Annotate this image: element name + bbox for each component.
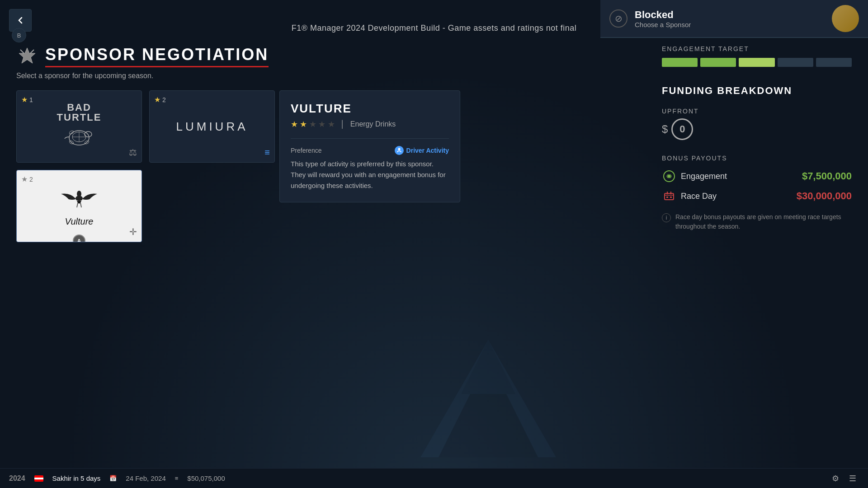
lumiura-text: LUMiURA bbox=[176, 120, 248, 134]
engagement-section: ENGAGEMENT TARGET bbox=[662, 45, 852, 67]
funding-section: FUNDING BREAKDOWN UPFRONT $ 0 BONUS PAYO… bbox=[662, 85, 852, 231]
menu-button[interactable]: ☰ bbox=[846, 472, 859, 485]
sponsor-card-lumiura[interactable]: ★2 LUMiURA ≡ bbox=[149, 90, 275, 163]
svg-point-12 bbox=[77, 191, 81, 197]
turtle-graphic bbox=[63, 124, 95, 151]
eng-bar-2 bbox=[700, 58, 736, 67]
race-day-bonus-amount: $30,000,000 bbox=[797, 190, 852, 202]
bottom-money: $50,075,000 bbox=[187, 474, 225, 482]
preference-label: Preference bbox=[291, 147, 321, 154]
svg-rect-24 bbox=[670, 197, 672, 198]
star-4: ★ bbox=[318, 120, 326, 129]
eng-bar-1 bbox=[662, 58, 698, 67]
page-title-underline bbox=[45, 66, 269, 67]
engagement-bonus-name: Engagement bbox=[681, 172, 727, 181]
race-day-bonus-icon bbox=[662, 189, 676, 203]
vulture-bird-graphic bbox=[59, 186, 99, 215]
sponsor-detail-panel: VULTURE ★ ★ ★ ★ ★ │ Energy Drinks Prefer… bbox=[279, 90, 460, 202]
settings-button[interactable]: ⚙ bbox=[829, 472, 842, 485]
star-3: ★ bbox=[309, 120, 316, 129]
driver-activity-icon bbox=[395, 146, 404, 155]
bottom-year: 2024 bbox=[9, 474, 25, 483]
page-title: SPONSOR NEGOTIATION bbox=[45, 45, 269, 64]
race-day-note-text: Race day bonus payouts are given on meet… bbox=[675, 212, 852, 231]
vulture-stars: ★2 bbox=[21, 175, 33, 183]
dollar-sign: $ bbox=[662, 123, 668, 136]
upfront-label: UPFRONT bbox=[662, 108, 852, 115]
engagement-bonus-icon bbox=[662, 169, 676, 183]
upfront-value: 0 bbox=[671, 118, 693, 140]
money-icon: ≡ bbox=[175, 475, 179, 482]
compare-icon: ⚖ bbox=[129, 147, 137, 158]
sponsor-negotiation-icon bbox=[16, 46, 38, 67]
preference-tag: Driver Activity bbox=[395, 146, 449, 155]
page-header: SPONSOR NEGOTIATION Select a sponsor for… bbox=[16, 45, 269, 80]
svg-line-2 bbox=[30, 50, 34, 53]
bad-turtle-stars: ★1 bbox=[21, 95, 33, 104]
right-panel: ENGAGEMENT TARGET FUNDING BREAKDOWN UPFR… bbox=[662, 45, 852, 231]
bonus-label: BONUS PAYOUTS bbox=[662, 155, 852, 162]
notification-text: Blocked Choose a Sponsor bbox=[635, 9, 825, 28]
engagement-bonus-row: Engagement $7,500,000 bbox=[662, 169, 852, 183]
sponsor-cards-area: ★1 BADTURTLE bbox=[16, 90, 278, 242]
svg-marker-26 bbox=[439, 358, 538, 457]
lumiura-stars: ★2 bbox=[154, 95, 166, 104]
preference-tag-label: Driver Activity bbox=[406, 147, 449, 154]
race-day-bonus-row: Race Day $30,000,000 bbox=[662, 189, 852, 203]
notification-bar: ⊘ Blocked Choose a Sponsor bbox=[600, 0, 868, 38]
bottom-bar: 2024 Sakhir in 5 days 📅 24 Feb, 2024 ≡ $… bbox=[0, 468, 868, 488]
funding-title: FUNDING BREAKDOWN bbox=[662, 85, 852, 97]
preference-row: Preference Driver Activity bbox=[291, 146, 449, 155]
svg-rect-19 bbox=[665, 193, 674, 200]
svg-marker-27 bbox=[461, 340, 515, 394]
svg-line-1 bbox=[20, 50, 24, 53]
svg-point-8 bbox=[69, 130, 74, 134]
bottom-right-controls: ⚙ ☰ bbox=[829, 472, 859, 485]
background-watermark bbox=[398, 331, 579, 468]
engagement-target-label: ENGAGEMENT TARGET bbox=[662, 45, 852, 52]
svg-point-18 bbox=[668, 175, 670, 178]
detail-category: Energy Drinks bbox=[350, 120, 396, 128]
notification-subtitle: Choose a Sponsor bbox=[635, 21, 825, 28]
engagement-bonus-amount: $7,500,000 bbox=[802, 170, 852, 182]
lumiura-logo: LUMiURA bbox=[150, 91, 274, 162]
bottom-location: Sakhir in 5 days bbox=[52, 474, 101, 482]
sponsor-card-vulture[interactable]: ★2 Vultur bbox=[16, 170, 142, 242]
eng-bar-3 bbox=[739, 58, 774, 67]
preference-description: This type of activity is preferred by th… bbox=[291, 159, 449, 191]
race-day-bonus-left: Race Day bbox=[662, 189, 717, 203]
svg-point-16 bbox=[398, 148, 400, 150]
race-day-note: i Race day bonus payouts are given on me… bbox=[662, 212, 852, 231]
upfront-value-row: $ 0 bbox=[662, 118, 852, 140]
stack-icon: ≡ bbox=[264, 147, 270, 158]
star-1: ★ bbox=[291, 120, 298, 129]
bad-turtle-text: BADTURTLE bbox=[57, 103, 102, 122]
vulture-logo: Vulture bbox=[17, 170, 142, 242]
svg-line-14 bbox=[77, 203, 78, 207]
star-2: ★ bbox=[300, 120, 307, 129]
eng-bar-5 bbox=[816, 58, 852, 67]
sponsor-card-bad-turtle[interactable]: ★1 BADTURTLE bbox=[16, 90, 142, 163]
engagement-bonus-left: Engagement bbox=[662, 169, 727, 183]
bottom-date: 24 Feb, 2024 bbox=[126, 474, 165, 482]
notification-title: Blocked bbox=[635, 9, 825, 21]
vulture-brand-name: Vulture bbox=[65, 216, 93, 227]
move-icon: ✛ bbox=[129, 226, 137, 237]
bad-turtle-logo: BADTURTLE bbox=[17, 91, 142, 162]
detail-stars-row: ★ ★ ★ ★ ★ │ Energy Drinks bbox=[291, 119, 449, 129]
notification-blocked-icon: ⊘ bbox=[609, 9, 627, 28]
svg-marker-25 bbox=[420, 340, 556, 457]
b-button-indicator: B bbox=[12, 28, 26, 42]
info-icon: i bbox=[662, 213, 671, 222]
star-5: ★ bbox=[328, 120, 335, 129]
calendar-icon: 📅 bbox=[109, 475, 117, 482]
svg-rect-23 bbox=[666, 197, 668, 198]
detail-sponsor-name: VULTURE bbox=[291, 102, 449, 116]
svg-line-15 bbox=[80, 203, 81, 207]
eng-bar-4 bbox=[778, 58, 813, 67]
bahrain-flag bbox=[34, 475, 43, 482]
race-day-bonus-name: Race Day bbox=[681, 192, 717, 201]
notification-avatar bbox=[832, 5, 859, 32]
star-rating: ★ ★ ★ ★ ★ bbox=[291, 119, 335, 129]
page-subtitle: Select a sponsor for the upcoming season… bbox=[16, 72, 269, 80]
